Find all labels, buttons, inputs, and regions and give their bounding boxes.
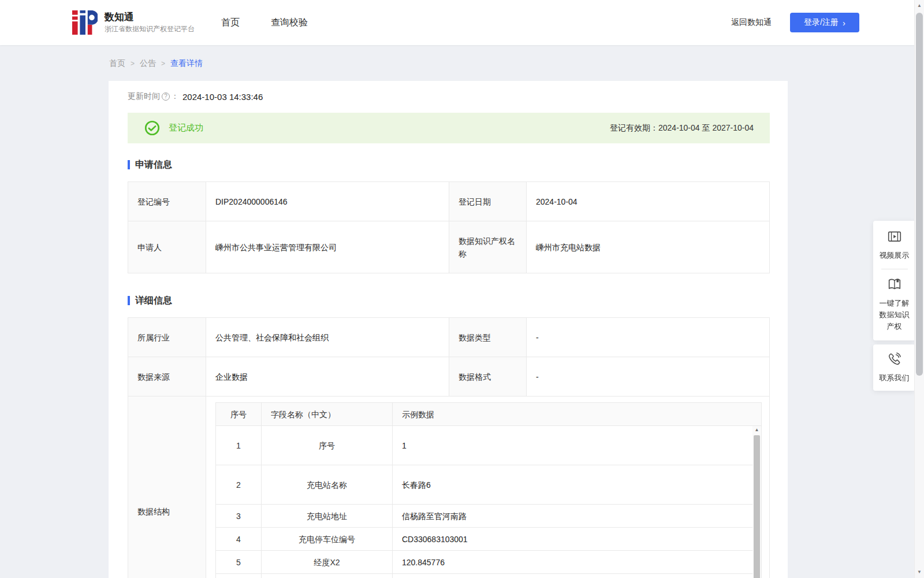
nav-item-verify[interactable]: 查询校验 [271, 17, 308, 29]
sample-data: CD330683103001 [393, 528, 762, 551]
detail-info-section-title: 详细信息 [128, 294, 770, 307]
field-value: DIP2024000006146 [206, 182, 449, 221]
nav-item-home[interactable]: 首页 [221, 17, 240, 29]
structure-row: 2 充电站名称 长春路6 [216, 465, 762, 505]
structure-row: 4 充电停车位编号 CD330683103001 [216, 528, 762, 551]
detail-info-table: 所属行业 公共管理、社会保障和社会组织 数据类型 - 数据来源 企业数据 数据格… [128, 317, 770, 578]
update-time-row: 更新时间 ? ： 2024-10-03 14:33:46 [128, 91, 770, 102]
sample-data: 120.845776 [393, 551, 762, 574]
field-label: 数据类型 [449, 318, 527, 357]
sample-data: 29.593634 [393, 574, 762, 578]
field-value: - [527, 318, 770, 357]
contact-widget[interactable]: 联系我们 [873, 344, 915, 391]
login-button-label: 登录/注册 [804, 17, 839, 28]
update-time-label: 更新时间 [128, 91, 160, 102]
row-index: 4 [216, 528, 262, 551]
breadcrumb-current: 查看详情 [170, 58, 203, 69]
section-marker [128, 296, 130, 305]
column-header: 序号 [216, 403, 262, 426]
breadcrumb-announcements[interactable]: 公告 [140, 58, 156, 69]
scroll-down-arrow-icon[interactable]: ▼ [915, 568, 924, 577]
field-label: 申请人 [128, 221, 206, 273]
registration-status-banner: 登记成功 登记有效期：2024-10-04 至 2027-10-04 [128, 113, 770, 143]
logo[interactable]: 数知通 浙江省数据知识产权登记平台 [72, 10, 195, 35]
field-name: 充电站名称 [262, 465, 393, 505]
phone-icon [887, 351, 902, 366]
row-index: 5 [216, 551, 262, 574]
field-label: 所属行业 [128, 318, 206, 357]
field-label: 数据格式 [449, 357, 527, 397]
chevron-right-icon: › [843, 18, 845, 27]
validity-value: 2024-10-04 至 2027-10-04 [658, 123, 754, 132]
apply-info-section-title: 申请信息 [128, 158, 770, 171]
logo-title: 数知通 [105, 12, 195, 23]
structure-row: 3 充电站地址 信杨路至官河南路 [216, 505, 762, 528]
table-row: 数据来源 企业数据 数据格式 - [128, 357, 770, 397]
breadcrumb-separator: > [131, 60, 135, 68]
scroll-up-arrow-icon[interactable]: ▲ [752, 426, 761, 434]
login-register-button[interactable]: 登录/注册 › [790, 13, 859, 32]
structure-header-row: 序号 字段名称（中文） 示例数据 [216, 403, 762, 426]
field-value: 2024-10-04 [527, 182, 770, 221]
breadcrumb-home[interactable]: 首页 [109, 58, 125, 69]
update-time-value: 2024-10-03 14:33:46 [182, 92, 263, 102]
field-name: 序号 [262, 426, 393, 465]
book-icon [887, 277, 902, 292]
table-row: 登记编号 DIP2024000006146 登记日期 2024-10-04 [128, 182, 770, 221]
field-value: 企业数据 [206, 357, 449, 397]
field-name: 充电站地址 [262, 505, 393, 528]
sample-data: 1 [393, 426, 762, 465]
help-question-icon[interactable]: ? [162, 92, 170, 101]
validity-label: 登记有效期： [610, 123, 658, 132]
back-to-shuzhitong-link[interactable]: 返回数知通 [731, 17, 772, 28]
detail-card: 更新时间 ? ： 2024-10-03 14:33:46 登记成功 登记有效期：… [109, 81, 788, 578]
apply-info-table: 登记编号 DIP2024000006146 登记日期 2024-10-04 申请… [128, 181, 770, 273]
column-header: 字段名称（中文） [262, 403, 393, 426]
structure-row: 1 序号 1 [216, 426, 762, 465]
video-icon [887, 229, 902, 244]
field-label: 数据结构 [128, 397, 206, 578]
scrollbar-thumb[interactable] [754, 435, 760, 578]
row-index: 2 [216, 465, 262, 505]
update-time-colon: ： [171, 91, 179, 102]
main-nav: 首页 查询校验 [221, 17, 308, 29]
breadcrumb-separator: > [161, 60, 165, 68]
scroll-up-arrow-icon[interactable]: ▲ [915, 1, 924, 10]
field-value: 嵊州市充电站数据 [527, 221, 770, 273]
structure-table: 序号 字段名称（中文） 示例数据 1 序号 1 [215, 402, 762, 578]
field-value: - [527, 357, 770, 397]
row-index: 6 [216, 574, 262, 578]
row-index: 1 [216, 426, 262, 465]
field-label: 登记编号 [128, 182, 206, 221]
logo-text: 数知通 浙江省数据知识产权登记平台 [105, 12, 195, 34]
data-structure-cell: 序号 字段名称（中文） 示例数据 1 序号 1 [206, 397, 770, 578]
top-header: 数知通 浙江省数据知识产权登记平台 首页 查询校验 返回数知通 登录/注册 › [0, 0, 924, 45]
logo-subtitle: 浙江省数据知识产权登记平台 [105, 24, 195, 34]
contact-widget-label: 联系我们 [878, 372, 911, 384]
field-value: 嵊州市公共事业运营管理有限公司 [206, 221, 449, 273]
field-label: 数据来源 [128, 357, 206, 397]
video-widget-label: 视频展示 [878, 250, 911, 261]
video-widget[interactable]: 视频展示 一键了解数据知识产权 [873, 221, 915, 340]
field-name: 纬度Y2 [262, 574, 393, 578]
field-value: 公共管理、社会保障和社会组织 [206, 318, 449, 357]
column-header: 示例数据 [393, 403, 762, 426]
validity-period: 登记有效期：2024-10-04 至 2027-10-04 [610, 123, 754, 134]
field-name: 经度X2 [262, 551, 393, 574]
structure-table-scrollbar: ▲ [752, 426, 761, 578]
sample-data: 信杨路至官河南路 [393, 505, 762, 528]
section-marker [128, 160, 130, 169]
data-structure-row: 数据结构 序号 字段名称（中文） 示例数据 [128, 397, 770, 578]
logo-icon [72, 10, 98, 35]
field-name: 充电停车位编号 [262, 528, 393, 551]
structure-row: 5 经度X2 120.845776 [216, 551, 762, 574]
table-row: 所属行业 公共管理、社会保障和社会组织 数据类型 - [128, 318, 770, 357]
guide-widget-label: 一键了解数据知识产权 [878, 298, 911, 332]
row-index: 3 [216, 505, 262, 528]
widget-divider [881, 269, 908, 269]
breadcrumb: 首页 > 公告 > 查看详情 [109, 58, 924, 69]
page-scrollbar-thumb[interactable] [916, 13, 923, 376]
field-label: 数据知识产权名称 [449, 221, 527, 273]
success-check-icon [144, 120, 160, 136]
structure-row: 6 纬度Y2 29.593634 [216, 574, 762, 578]
